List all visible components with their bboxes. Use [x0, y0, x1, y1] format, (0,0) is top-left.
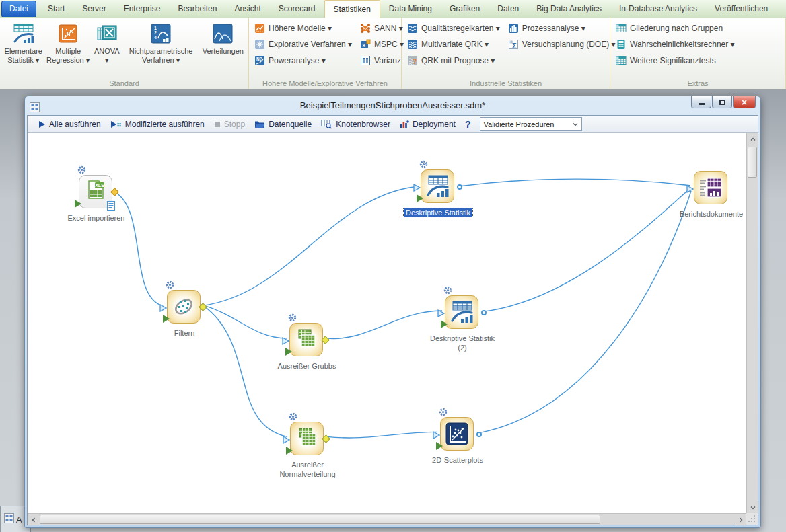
- node-report-documents[interactable]: Berichtsdokumente: [694, 171, 727, 204]
- toolbar-data-source[interactable]: Datenquelle: [250, 117, 316, 132]
- scroll-right-button[interactable]: [735, 514, 746, 525]
- scroll-left-button[interactable]: [28, 514, 39, 525]
- run-node-icon[interactable]: [285, 348, 292, 356]
- close-button[interactable]: ×: [733, 96, 756, 108]
- toolbar-node-browser[interactable]: Knotenbrowser: [316, 117, 395, 132]
- connection-descriptive-statistics-to-report-documents[interactable]: [460, 179, 690, 186]
- multiple-regression-icon: [58, 22, 78, 45]
- ribbon-button-qrk-mit-prognose[interactable]: ?QRK mit Prognose ▾: [407, 55, 500, 66]
- document-badge-icon[interactable]: [107, 201, 115, 213]
- ribbon-button-hoehere-modelle[interactable]: Höhere Modelle ▾: [254, 23, 352, 34]
- tab-veroffentlichen[interactable]: Veröffentlichen: [706, 0, 777, 18]
- ribbon-button-wahrscheinlichkeitsrechner[interactable]: Wahrscheinlichkeitsrechner ▾: [616, 39, 735, 50]
- run-node-icon[interactable]: [286, 447, 293, 455]
- ribbon-button-varianz[interactable]: Varianz: [360, 55, 404, 66]
- run-node-icon[interactable]: [441, 320, 448, 328]
- tab-enterprise[interactable]: Enterprise: [115, 0, 170, 18]
- input-port-icon[interactable]: [686, 184, 694, 196]
- toolbar-item-label: Knotenbrowser: [336, 120, 390, 129]
- minimize-button[interactable]: [691, 96, 711, 108]
- toolbar-run-modified[interactable]: Modifizierte ausführen: [106, 117, 209, 132]
- ribbon-button-versuchsplanung-doe[interactable]: ΣVersuchsplanung (DOE) ▾: [508, 39, 616, 50]
- ribbon-button-mspc[interactable]: xMSPC ▾: [360, 39, 404, 50]
- ribbon-button-verteilungen[interactable]: Verteilungen: [199, 21, 247, 65]
- scroll-down-button[interactable]: [747, 502, 758, 513]
- gear-icon[interactable]: [288, 313, 297, 325]
- ribbon-button-poweranalyse[interactable]: N?Poweranalyse ▾: [254, 55, 352, 66]
- vertical-scrollbar[interactable]: [746, 133, 758, 513]
- input-port-icon[interactable]: [413, 182, 421, 194]
- run-node-icon[interactable]: [436, 442, 443, 450]
- tab-bearbeiten[interactable]: Bearbeiten: [169, 0, 225, 18]
- tab-server[interactable]: Server: [73, 0, 114, 18]
- tab-ansicht[interactable]: Ansicht: [225, 0, 269, 18]
- input-port-icon[interactable]: [283, 434, 290, 447]
- node-descriptive-statistics[interactable]: Deskriptive Statistik: [421, 169, 454, 203]
- connection-filter-to-descriptive-statistics[interactable]: [204, 187, 415, 305]
- ribbon-button-multiple-regression[interactable]: MultipleRegression ▾: [45, 21, 90, 65]
- sann-icon: [360, 23, 371, 34]
- ribbon-button-weitere-signifikanztests[interactable]: Weitere Signifikanztests: [616, 55, 735, 66]
- ribbon-button-anova[interactable]: ANOVA▾: [91, 21, 123, 65]
- output-port-circle[interactable]: [457, 184, 462, 190]
- gear-icon[interactable]: [289, 412, 297, 424]
- tab-statistiken[interactable]: Statistiken: [324, 0, 380, 18]
- tab-data-mining[interactable]: Data Mining: [380, 0, 441, 18]
- input-port-icon[interactable]: [433, 430, 440, 442]
- outlier-grubbs-icon: [294, 328, 318, 354]
- input-port-icon[interactable]: [282, 336, 289, 348]
- window-title-bar[interactable]: BeispielTeilmengenStichprobenAusreisser.…: [25, 96, 760, 115]
- node-excel-import[interactable]: XLSExcel importieren: [79, 175, 112, 208]
- run-node-icon[interactable]: [75, 200, 81, 208]
- ribbon-button-sann[interactable]: SANN ▾: [360, 23, 404, 34]
- toolbar-help[interactable]: ?: [460, 117, 476, 132]
- tab-in-database-analytics[interactable]: In-Database Analytics: [610, 0, 706, 18]
- horizontal-scrollbar-thumb[interactable]: [40, 515, 600, 524]
- toolbar-deployment[interactable]: Deployment: [395, 117, 460, 132]
- output-port-circle[interactable]: [476, 432, 482, 437]
- node-label: AusreißerNormalverteilung: [250, 460, 365, 479]
- gear-icon[interactable]: [419, 159, 428, 172]
- tab-scorecard[interactable]: Scorecard: [270, 0, 324, 18]
- workflow-canvas[interactable]: XLSExcel importierenFilternDeskriptive S…: [28, 133, 746, 513]
- output-port-circle[interactable]: [481, 310, 487, 315]
- input-port-icon[interactable]: [437, 308, 445, 320]
- tab-start[interactable]: Start: [39, 0, 73, 18]
- node-descriptive-statistics-2[interactable]: Deskriptive Statistik(2): [445, 295, 478, 329]
- scroll-up-button[interactable]: [747, 133, 758, 145]
- tab-big-data-analytics[interactable]: Big Data Analytics: [528, 0, 610, 18]
- ribbon-button-elementare-statistik[interactable]: ElementareStatistik ▾: [1, 21, 45, 65]
- tab-daten[interactable]: Daten: [489, 0, 528, 18]
- node-filter[interactable]: Filtern: [167, 290, 201, 324]
- ribbon-button-multivariate-qrk[interactable]: Multivariate QRK ▾: [407, 39, 500, 50]
- node-outlier-normal[interactable]: AusreißerNormalverteilung: [290, 422, 324, 455]
- gear-icon[interactable]: [77, 165, 86, 177]
- run-node-icon[interactable]: [163, 315, 170, 323]
- vertical-scrollbar-thumb[interactable]: [748, 147, 757, 178]
- tab-grafiken[interactable]: Grafiken: [441, 0, 489, 18]
- input-port-icon[interactable]: [159, 303, 167, 315]
- gear-icon[interactable]: [439, 407, 448, 419]
- run-node-icon[interactable]: [417, 194, 423, 202]
- scatterplots-2d-icon: [445, 422, 469, 449]
- connection-excel-import-to-filter[interactable]: [114, 192, 162, 305]
- ribbon-button-nichtparametrische-verfahren[interactable]: 124NichtparametrischeVerfahren ▾: [123, 21, 199, 65]
- connection-descriptive-statistics-2-to-report-documents[interactable]: [485, 188, 690, 311]
- ribbon-button-label: Statistik ▾: [7, 56, 39, 65]
- connection-scatterplots-2d-to-report-documents[interactable]: [480, 191, 691, 433]
- ribbon-button-gliederung-nach-gruppen[interactable]: Gliederung nach Gruppen: [616, 23, 735, 34]
- ribbon-button-prozessanalyse[interactable]: Prozessanalyse ▾: [508, 23, 616, 34]
- toolbar-run-all[interactable]: Alle ausführen: [33, 117, 106, 132]
- ribbon-button-explorative-verfahren[interactable]: Explorative Verfahren ▾: [254, 39, 352, 50]
- node-outlier-grubbs[interactable]: Ausreißer Grubbs: [289, 323, 323, 356]
- ribbon-button-qualitaetsregelkarten[interactable]: Qualitätsregelkarten ▾: [407, 23, 500, 34]
- gear-icon[interactable]: [443, 285, 452, 297]
- horizontal-scrollbar[interactable]: [28, 513, 746, 525]
- maximize-button[interactable]: [712, 96, 732, 108]
- resize-grip[interactable]: [746, 513, 758, 525]
- file-menu-button[interactable]: Datei: [1, 1, 36, 17]
- procedures-dropdown[interactable]: Validierte Prozeduren: [480, 117, 582, 131]
- connection-outlier-normal-to-scatterplots-2d[interactable]: [327, 432, 437, 438]
- gear-icon[interactable]: [166, 280, 174, 292]
- node-scatterplots-2d[interactable]: 2D-Scatterplots: [440, 417, 474, 451]
